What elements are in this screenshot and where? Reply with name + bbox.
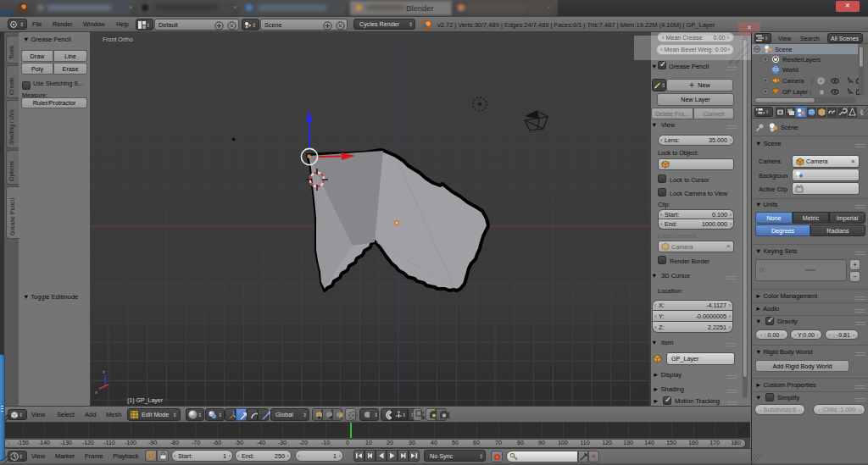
svg-text:(1) GP_Layer: (1) GP_Layer bbox=[127, 397, 164, 404]
svg-text:z: z bbox=[103, 369, 105, 374]
svg-text:x: x bbox=[95, 390, 97, 395]
svg-text:Front Ortho: Front Ortho bbox=[103, 36, 133, 42]
